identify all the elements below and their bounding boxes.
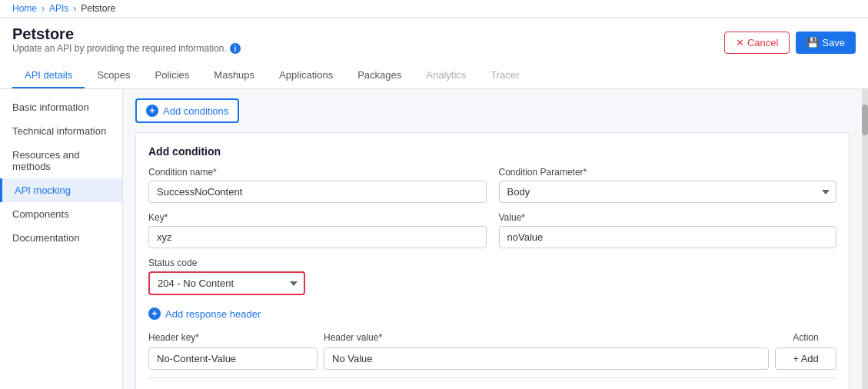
tab-tracer: Tracer (478, 63, 531, 88)
header-col-key-label: Header key* (148, 332, 318, 343)
page-title: Petstore (12, 25, 241, 43)
header-table-header: Header key* Header value* Action (148, 332, 836, 343)
status-code-select-wrap: 200 - OK 201 - Created 204 - No Content … (148, 271, 305, 295)
condition-card: Add condition Condition name* Condition … (135, 132, 850, 389)
breadcrumb-current: Petstore (81, 3, 115, 14)
page-header: Petstore Update an API by providing the … (0, 18, 868, 89)
page-subtitle-text: Update an API by providing the required … (12, 43, 227, 54)
info-icon[interactable]: i (230, 43, 241, 54)
key-input[interactable] (148, 226, 487, 248)
tab-analytics: Analytics (414, 63, 478, 88)
key-value-row: Key* Value* (148, 212, 836, 248)
tab-applications[interactable]: Applications (267, 63, 345, 88)
add-header-row-button[interactable]: + Add (775, 347, 836, 370)
divider (148, 377, 836, 378)
key-label: Key* (148, 212, 487, 223)
sidebar-item-basic-info[interactable]: Basic information (0, 95, 122, 119)
sidebar-item-technical-info[interactable]: Technical information (0, 119, 122, 143)
condition-param-group: Condition Parameter* Body Header Query (499, 167, 837, 203)
table-row: + Add (148, 347, 836, 370)
condition-name-row: Condition name* Condition Parameter* Bod… (148, 167, 836, 203)
main-tabs: API details Scopes Policies Mashups Appl… (12, 63, 856, 88)
add-conditions-button[interactable]: + Add conditions (135, 98, 239, 123)
add-response-header-button[interactable]: + Add response header (148, 304, 261, 323)
condition-title: Add condition (148, 145, 836, 158)
breadcrumb-apis[interactable]: APIs (49, 3, 68, 14)
header-col-action-label: Action (775, 332, 836, 343)
sidebar-item-components[interactable]: Components (0, 202, 122, 226)
top-bar: Home › APIs › Petstore (0, 0, 868, 18)
header-value-input[interactable] (324, 347, 769, 370)
main-content: + Add conditions Add condition Condition… (123, 89, 862, 389)
condition-param-select[interactable]: Body Header Query (499, 181, 837, 203)
tab-scopes[interactable]: Scopes (85, 63, 142, 88)
value-group: Value* (499, 212, 837, 248)
key-group: Key* (148, 212, 487, 248)
save-button[interactable]: 💾 Save (796, 32, 856, 54)
tab-mashups[interactable]: Mashups (201, 63, 267, 88)
save-icon: 💾 (806, 37, 819, 48)
condition-name-label: Condition name* (148, 167, 487, 178)
condition-name-group: Condition name* (148, 167, 487, 203)
header-col-value-label: Header value* (324, 332, 769, 343)
scrollbar-thumb[interactable] (862, 105, 868, 135)
add-conditions-plus-icon: + (146, 105, 158, 117)
breadcrumb-sep1: › (42, 3, 45, 14)
tab-packages[interactable]: Packages (345, 63, 414, 88)
tab-api-details[interactable]: API details (12, 63, 85, 88)
add-response-header-plus-icon: + (148, 308, 161, 320)
cancel-button[interactable]: ✕ Cancel (724, 32, 790, 54)
sidebar: Basic information Technical information … (0, 89, 123, 389)
status-code-label: Status code (148, 258, 836, 268)
condition-name-input[interactable] (148, 181, 487, 203)
value-input[interactable] (499, 226, 837, 248)
breadcrumb-sep2: › (73, 3, 76, 14)
content-area: Basic information Technical information … (0, 89, 868, 389)
status-code-select[interactable]: 200 - OK 201 - Created 204 - No Content … (150, 273, 304, 294)
header-key-input[interactable] (148, 347, 318, 370)
cancel-x-icon: ✕ (736, 37, 744, 48)
value-label: Value* (499, 212, 837, 223)
status-code-section: Status code 200 - OK 201 - Created 204 -… (148, 258, 836, 295)
scrollbar-track[interactable] (862, 89, 868, 389)
condition-param-label: Condition Parameter* (499, 167, 837, 178)
sidebar-item-documentation[interactable]: Documentation (0, 226, 122, 250)
sidebar-item-resources-methods[interactable]: Resources and methods (0, 143, 122, 178)
sidebar-item-api-mocking[interactable]: API mocking (0, 178, 122, 202)
tab-policies[interactable]: Policies (143, 63, 202, 88)
breadcrumb-home[interactable]: Home (12, 3, 37, 14)
